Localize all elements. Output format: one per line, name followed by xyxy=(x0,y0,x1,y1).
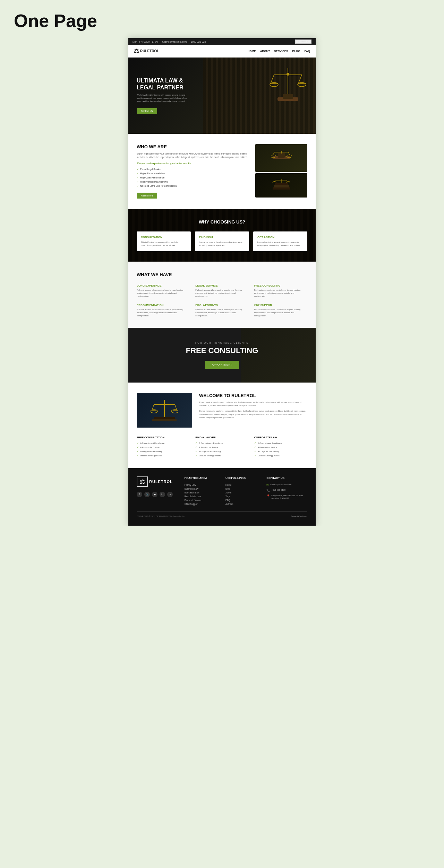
checklist-item: Highly Recommendation xyxy=(137,172,248,176)
footer-list-item[interactable]: Real Estate Law xyxy=(185,494,219,498)
footer-email-item: ✉ ruletrol@mailsaild.com xyxy=(266,483,307,486)
what-item-body-3: Full root access allows control over is … xyxy=(137,308,190,317)
what-item-3: RECOMMENDATION Full root access allows c… xyxy=(137,304,190,317)
svg-rect-38 xyxy=(154,417,175,419)
what-item-title-4: PRO. ATTORNYS xyxy=(195,304,248,307)
welcome-section: WELCOME TO RULETROL Expert legal advice … xyxy=(128,383,316,468)
checklist-item: High Court Performance xyxy=(137,176,248,180)
footer-terms[interactable]: Terms & Conditions xyxy=(291,515,307,517)
what-item-body-5: Full root access allows control over is … xyxy=(254,308,307,317)
svg-line-2 xyxy=(271,75,274,84)
footer-list-item[interactable]: Authors xyxy=(225,502,259,506)
svg-point-8 xyxy=(287,73,289,76)
services-col-2: CORPORATE LAW A Commitment Excellence A … xyxy=(254,436,307,458)
services-col-1: FIND A LAWYER A Commitment Excellence A … xyxy=(195,436,248,458)
why-card-body-1: Insurance laws is the of surrounding ins… xyxy=(199,241,245,247)
footer-list-item[interactable]: FAQ xyxy=(225,498,259,502)
nav-faq[interactable]: FAQ xyxy=(305,50,310,53)
footer-list-item[interactable]: About xyxy=(225,491,259,494)
footer-phone: +316-555-0178 xyxy=(271,489,285,491)
page-title: One Page xyxy=(14,10,430,31)
what-item-title-0: LONG EXPERINCE xyxy=(137,284,190,287)
footer-list-item[interactable]: Home xyxy=(225,483,259,487)
service-item: A Commitment Excellence xyxy=(137,441,190,445)
appointment-btn[interactable]: APPOINTMENT xyxy=(205,361,239,369)
services-list-1: A Commitment Excellence A Passion for Ju… xyxy=(195,441,248,458)
who-we-are-section: WHO WE ARE Expert legal advice for your … xyxy=(128,134,316,209)
service-item: A Passion for Justice xyxy=(195,445,248,449)
services-list-0: A Commitment Excellence A Passion for Ju… xyxy=(137,441,190,458)
services-col-title-2: CORPORATE LAW xyxy=(254,436,307,439)
social-youtube[interactable]: ▶ xyxy=(152,492,157,497)
svg-point-25 xyxy=(273,182,276,183)
top-bar-phone: 1800-223-222 xyxy=(191,41,206,43)
checklist-item: No Need Extra Cost for Consultation xyxy=(137,184,248,188)
checklist-item: High Professional Attorneys xyxy=(137,180,248,184)
why-section: WHY CHOOSING US? CONSULTATION This is Ph… xyxy=(128,209,316,262)
what-item-title-3: RECOMMENDATION xyxy=(137,304,190,307)
services-col-title-1: FIND A LAWYER xyxy=(195,436,248,439)
consulting-label: FOR OUR HONORABE CLIENTS xyxy=(137,342,307,344)
what-item-1: LEGAL SERVICE Full root access allows co… xyxy=(195,284,248,298)
logo-text: RULETROL xyxy=(140,49,159,53)
what-item-title-2: FREE CONSULTING xyxy=(254,284,307,287)
welcome-inner: WELCOME TO RULETROL Expert legal advice … xyxy=(137,393,307,428)
what-item-body-1: Full root access allows control over is … xyxy=(195,289,248,298)
what-item-title-5: 24/7 SUPPOR xyxy=(254,304,307,307)
social-twitter[interactable]: tw xyxy=(167,492,173,497)
footer: ⚖ RULETROL f 📷 ▶ in tw PRACTICE AREA Fam… xyxy=(128,468,316,526)
why-card-title-0: CONSULTATION xyxy=(141,236,187,239)
hero-title: ULTIMATA LAW & LEGAL PARTNER xyxy=(137,77,189,90)
welcome-title: WELCOME TO RULETROL xyxy=(199,393,307,398)
nav-home[interactable]: HOME xyxy=(248,50,256,53)
location-icon: 📍 xyxy=(266,494,270,498)
who-right xyxy=(255,144,307,199)
social-linkedin[interactable]: in xyxy=(160,492,165,497)
hero-cta-btn[interactable]: Contact Us xyxy=(137,108,157,114)
top-bar-contact-btn[interactable]: CONTACT xyxy=(295,40,311,44)
service-item: A Passion for Justice xyxy=(137,445,190,449)
footer-list-item[interactable]: Education Law xyxy=(185,491,219,494)
what-item-5: 24/7 SUPPOR Full root access allows cont… xyxy=(254,304,307,317)
svg-line-5 xyxy=(298,75,302,84)
footer-list-item[interactable]: Domestic Violence xyxy=(185,498,219,502)
top-bar-hours: Mon - Fri: 08:00 - 17:00 xyxy=(133,41,158,43)
nav-about[interactable]: ABOUT xyxy=(260,50,270,53)
email-icon: ✉ xyxy=(266,483,269,486)
footer-address: Fargo Bank, 800 S Grand St, Ares Angeles… xyxy=(271,494,307,500)
top-bar-left: Mon - Fri: 08:00 - 17:00 ruletrol@mailsa… xyxy=(133,41,206,43)
nav-blog[interactable]: BLOG xyxy=(292,50,300,53)
header: ⚖ RULETROL HOME ABOUT SERVICES BLOG FAQ xyxy=(128,45,316,58)
main-nav: HOME ABOUT SERVICES BLOG FAQ xyxy=(248,50,310,53)
service-item: Discuss Strategy Builds xyxy=(195,454,248,458)
why-title: WHY CHOOSING US? xyxy=(137,219,307,225)
footer-list-item[interactable]: Child Support xyxy=(185,502,219,506)
what-section: WHAT WE HAVE LONG EXPERINCE Full root ac… xyxy=(128,262,316,328)
service-item: A Commitment Excellence xyxy=(254,441,307,445)
what-item-body-0: Full root access allows control over is … xyxy=(137,289,190,298)
footer-list-item[interactable]: Business Law xyxy=(185,487,219,491)
what-grid: LONG EXPERINCE Full root access allows c… xyxy=(137,284,307,317)
footer-list-item[interactable]: Blog xyxy=(225,487,259,491)
service-item: A Passion for Justice xyxy=(254,445,307,449)
logo-icon: ⚖ xyxy=(134,48,139,54)
page-title-area: One Page xyxy=(0,0,444,38)
why-card-title-2: GET ACTION xyxy=(257,236,303,239)
footer-address-item: 📍 Fargo Bank, 800 S Grand St, Ares Angel… xyxy=(266,494,307,500)
footer-list-item[interactable]: Family Law xyxy=(185,483,219,487)
footer-list-item[interactable]: Tags xyxy=(225,494,259,498)
welcome-body-1: Expert legal advice for your confidence … xyxy=(199,401,307,407)
consulting-section: FOR OUR HONORABE CLIENTS FREE CONSULTING… xyxy=(128,328,316,383)
nav-services[interactable]: SERVICES xyxy=(274,50,288,53)
social-facebook[interactable]: f xyxy=(137,492,142,497)
footer-social: f 📷 ▶ in tw xyxy=(137,492,173,497)
footer-top: ⚖ RULETROL f 📷 ▶ in tw PRACTICE AREA Fam… xyxy=(137,476,307,506)
service-item: A Commitment Excellence xyxy=(195,441,248,445)
what-item-4: PRO. ATTORNYS Full root access allows co… xyxy=(195,304,248,317)
read-more-btn[interactable]: Read More xyxy=(137,193,157,199)
what-item-0: LONG EXPERINCE Full root access allows c… xyxy=(137,284,190,298)
social-instagram[interactable]: 📷 xyxy=(144,492,150,497)
site-container: Mon - Fri: 08:00 - 17:00 ruletrol@mailsa… xyxy=(128,38,316,526)
footer-email: ruletrol@mailsaild.com xyxy=(270,483,291,486)
why-card-findissu: FIND ISSU Insurance laws is the of surro… xyxy=(195,231,249,251)
